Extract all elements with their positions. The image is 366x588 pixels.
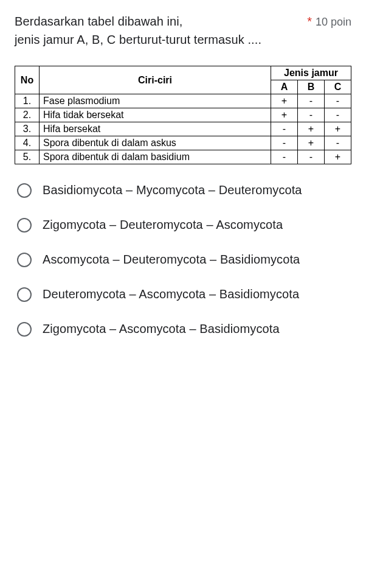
cell-a: - xyxy=(271,122,298,136)
th-no: No xyxy=(15,66,40,94)
cell-ciri: Hifa bersekat xyxy=(40,122,271,136)
th-c: C xyxy=(325,80,351,94)
option-5[interactable]: Zigomycota – Ascomycota – Basidiomycota xyxy=(17,320,351,338)
option-label: Zigomycota – Deuteromycota – Ascomycota xyxy=(43,216,289,234)
option-label: Zigomycota – Ascomycota – Basidiomycota xyxy=(43,320,286,338)
radio-icon xyxy=(17,253,32,267)
radio-icon xyxy=(17,322,32,337)
cell-a: + xyxy=(271,108,298,122)
cell-c: - xyxy=(325,136,351,150)
question-line2: jenis jamur A, B, C berturut-turut terma… xyxy=(15,33,261,46)
radio-icon xyxy=(17,183,32,198)
cell-no: 5. xyxy=(15,150,40,164)
th-b: B xyxy=(298,80,325,94)
cell-ciri: Fase plasmodium xyxy=(40,94,271,108)
th-a: A xyxy=(271,80,298,94)
option-2[interactable]: Zigomycota – Deuteromycota – Ascomycota xyxy=(17,216,351,234)
cell-b: - xyxy=(298,108,325,122)
cell-no: 4. xyxy=(15,136,40,150)
option-3[interactable]: Ascomycota – Deuteromycota – Basidiomyco… xyxy=(17,251,351,268)
cell-b: - xyxy=(298,150,325,164)
table-row: 3. Hifa bersekat - + + xyxy=(15,122,351,136)
radio-icon xyxy=(17,287,32,302)
cell-a: + xyxy=(271,94,298,108)
options-group: Basidiomycota – Mycomycota – Deuteromyco… xyxy=(15,181,351,338)
cell-c: + xyxy=(325,122,351,136)
option-label: Ascomycota – Deuteromycota – Basidiomyco… xyxy=(43,251,306,268)
cell-ciri: Spora dibentuk di dalam askus xyxy=(40,136,271,150)
question-block: Berdasarkan tabel dibawah ini, * 10 poin… xyxy=(15,12,351,49)
cell-c: - xyxy=(325,94,351,108)
cell-c: + xyxy=(325,150,351,164)
table-row: 1. Fase plasmodium + - - xyxy=(15,94,351,108)
th-jenis: Jenis jamur xyxy=(271,66,351,80)
cell-a: - xyxy=(271,150,298,164)
table-row: 2. Hifa tidak bersekat + - - xyxy=(15,108,351,122)
radio-icon xyxy=(17,218,32,233)
cell-no: 2. xyxy=(15,108,40,122)
cell-b: + xyxy=(298,136,325,150)
cell-no: 3. xyxy=(15,122,40,136)
option-label: Basidiomycota – Mycomycota – Deuteromyco… xyxy=(43,181,308,199)
cell-ciri: Hifa tidak bersekat xyxy=(40,108,271,122)
cell-b: - xyxy=(298,94,325,108)
cell-c: - xyxy=(325,108,351,122)
cell-ciri: Spora dibentuk di dalam basidium xyxy=(40,150,271,164)
cell-b: + xyxy=(298,122,325,136)
cell-a: - xyxy=(271,136,298,150)
option-4[interactable]: Deuteromycota – Ascomycota – Basidiomyco… xyxy=(17,285,351,303)
characteristics-table: No Ciri-ciri Jenis jamur A B C 1. Fase p… xyxy=(15,66,351,164)
cell-no: 1. xyxy=(15,94,40,108)
th-ciri: Ciri-ciri xyxy=(40,66,271,94)
table-row: 4. Spora dibentuk di dalam askus - + - xyxy=(15,136,351,150)
option-label: Deuteromycota – Ascomycota – Basidiomyco… xyxy=(43,285,305,303)
option-1[interactable]: Basidiomycota – Mycomycota – Deuteromyco… xyxy=(17,181,351,199)
question-line1: Berdasarkan tabel dibawah ini, xyxy=(15,15,183,28)
required-mark: * xyxy=(307,12,312,30)
points-label: 10 poin xyxy=(316,14,351,30)
table-row: 5. Spora dibentuk di dalam basidium - - … xyxy=(15,150,351,164)
